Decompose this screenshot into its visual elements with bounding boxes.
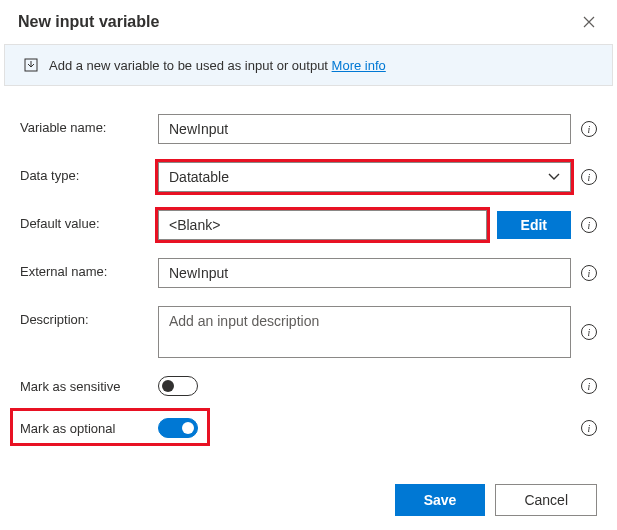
mark-sensitive-row: Mark as sensitive i xyxy=(20,376,597,396)
variable-name-label: Variable name: xyxy=(20,114,148,135)
info-icon[interactable]: i xyxy=(581,378,597,394)
variable-name-row: Variable name: i xyxy=(20,114,597,144)
dialog-header: New input variable xyxy=(0,0,617,40)
description-row: Description: i xyxy=(20,306,597,358)
new-input-variable-dialog: New input variable Add a new variable to… xyxy=(0,0,617,530)
mark-sensitive-toggle[interactable] xyxy=(158,376,198,396)
mark-optional-label: Mark as optional xyxy=(20,421,148,436)
default-value-display: <Blank> xyxy=(158,210,487,240)
more-info-link[interactable]: More info xyxy=(332,58,386,73)
data-type-row: Data type: Datatable i xyxy=(20,162,597,192)
info-icon[interactable]: i xyxy=(581,324,597,340)
info-icon[interactable]: i xyxy=(581,265,597,281)
default-value-label: Default value: xyxy=(20,210,148,231)
chevron-down-icon xyxy=(548,171,560,183)
toggle-knob xyxy=(182,422,194,434)
close-icon xyxy=(583,16,595,28)
input-variable-icon xyxy=(23,57,39,73)
info-bar: Add a new variable to be used as input o… xyxy=(4,44,613,86)
mark-optional-row: Mark as optional i xyxy=(20,418,597,438)
description-label: Description: xyxy=(20,306,148,327)
save-button[interactable]: Save xyxy=(395,484,486,516)
data-type-value: Datatable xyxy=(169,169,229,185)
data-type-label: Data type: xyxy=(20,162,148,183)
edit-button[interactable]: Edit xyxy=(497,211,571,239)
form-body: Variable name: i Data type: Datatable i … xyxy=(0,86,617,438)
toggle-knob xyxy=(162,380,174,392)
variable-name-input[interactable] xyxy=(158,114,571,144)
default-value-row: Default value: <Blank> Edit i xyxy=(20,210,597,240)
external-name-row: External name: i xyxy=(20,258,597,288)
external-name-input[interactable] xyxy=(158,258,571,288)
description-textarea[interactable] xyxy=(158,306,571,358)
info-text: Add a new variable to be used as input o… xyxy=(49,58,386,73)
info-icon[interactable]: i xyxy=(581,420,597,436)
mark-sensitive-label: Mark as sensitive xyxy=(20,379,148,394)
data-type-select[interactable]: Datatable xyxy=(158,162,571,192)
dialog-footer: Save Cancel xyxy=(395,484,597,516)
external-name-label: External name: xyxy=(20,258,148,279)
cancel-button[interactable]: Cancel xyxy=(495,484,597,516)
mark-optional-toggle[interactable] xyxy=(158,418,198,438)
close-button[interactable] xyxy=(579,12,599,32)
dialog-title: New input variable xyxy=(18,13,159,31)
info-icon[interactable]: i xyxy=(581,169,597,185)
info-icon[interactable]: i xyxy=(581,217,597,233)
info-icon[interactable]: i xyxy=(581,121,597,137)
